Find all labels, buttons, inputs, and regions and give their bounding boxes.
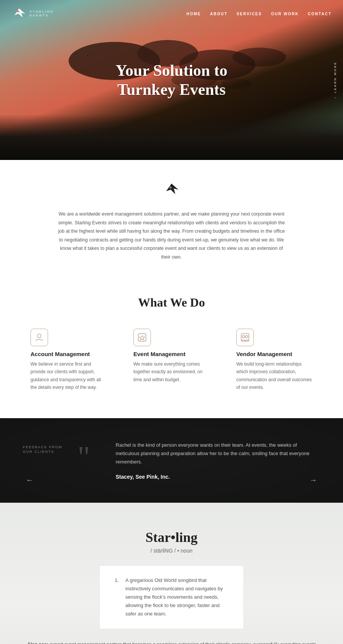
nav-home[interactable]: HOME xyxy=(186,12,201,16)
logo[interactable]: STARLING EVENTS xyxy=(11,7,54,21)
svg-marker-19 xyxy=(139,336,145,340)
prev-testimonial-button[interactable]: ← xyxy=(23,473,37,487)
service-event-desc: We make sure everything comes together e… xyxy=(133,360,210,384)
definition-phonetic: / stärliNG / • noun xyxy=(23,548,320,554)
service-account: Account Management We believe in service… xyxy=(23,325,114,395)
definition-card: 1. A gregarious Old World songbird that … xyxy=(99,565,244,629)
svg-point-21 xyxy=(242,336,245,338)
logo-text: STARLING EVENTS xyxy=(30,10,54,17)
svg-marker-0 xyxy=(14,8,25,18)
svg-point-10 xyxy=(285,54,287,56)
definition-item: 1. A gregarious Old World songbird that … xyxy=(115,576,228,618)
next-testimonial-button[interactable]: → xyxy=(306,473,320,487)
service-vendor: Vendor Management We build long-term rel… xyxy=(229,325,320,395)
svg-point-9 xyxy=(282,51,283,52)
services-grid: Account Management We believe in service… xyxy=(23,325,320,395)
learn-more-label: LEARN MORE xyxy=(333,61,337,93)
svg-point-12 xyxy=(289,48,290,49)
nav-contact[interactable]: CONTACT xyxy=(308,12,332,16)
svg-rect-18 xyxy=(138,334,146,341)
svg-point-17 xyxy=(37,334,41,338)
service-vendor-desc: We build long-term relationships which i… xyxy=(236,360,313,392)
hero-title: Your Solution to Turnkey Events xyxy=(115,61,227,99)
svg-point-5 xyxy=(232,48,286,67)
main-nav: STARLING EVENTS HOME ABOUT SERVICES OUR … xyxy=(0,0,343,27)
logo-bird-icon xyxy=(11,7,27,21)
down-arrow-icon: ↓ xyxy=(333,96,337,99)
what-we-do-title: What We Do xyxy=(23,296,320,310)
quote-mark-icon: " xyxy=(78,445,101,469)
vendor-icon xyxy=(236,329,254,346)
svg-point-11 xyxy=(289,59,290,60)
bird-icon xyxy=(46,183,297,201)
about-body: We are a worldwide event management solu… xyxy=(57,210,286,261)
svg-point-22 xyxy=(245,336,248,338)
nav-services[interactable]: SERVICES xyxy=(237,12,262,16)
testimonial-navigation: ← → xyxy=(23,473,320,487)
definition-section: Star•ling / stärliNG / • noun 1. A grega… xyxy=(0,503,343,644)
account-icon xyxy=(30,329,48,346)
hero-trees xyxy=(0,114,343,160)
svg-marker-15 xyxy=(166,184,178,194)
definition-number: 1. xyxy=(115,576,121,618)
service-account-title: Account Management xyxy=(30,351,107,357)
svg-point-8 xyxy=(87,54,88,56)
nav-about[interactable]: ABOUT xyxy=(210,12,228,16)
testimonial-quote: Rachel is the kind of person everyone wa… xyxy=(116,441,320,466)
service-account-desc: We believe in service first and provide … xyxy=(30,360,107,392)
definition-title: Star•ling xyxy=(23,529,320,545)
what-we-do-section: What We Do Account Management We believe… xyxy=(0,280,343,418)
definition-body: A gregarious Old World songbird that ins… xyxy=(125,576,228,618)
service-vendor-title: Vendor Management xyxy=(236,351,313,357)
event-icon xyxy=(133,329,151,346)
service-event: Event Management We make sure everything… xyxy=(126,325,217,395)
nav-links: HOME ABOUT SERVICES OUR WORK CONTACT xyxy=(186,12,332,16)
also-see: Also see: expert event management partne… xyxy=(23,641,320,644)
testimonial-section: FEEDBACK FROMOUR CLIENTS " Rachel is the… xyxy=(0,418,343,503)
service-event-title: Event Management xyxy=(133,351,210,357)
about-section: We are a worldwide event management solu… xyxy=(0,160,343,280)
hero-content: Your Solution to Turnkey Events xyxy=(115,61,227,99)
svg-point-6 xyxy=(75,53,77,54)
svg-point-7 xyxy=(82,49,83,50)
nav-our-work[interactable]: OUR WORK xyxy=(271,12,299,16)
feedback-label: FEEDBACK FROMOUR CLIENTS xyxy=(23,445,63,454)
learn-more-vertical[interactable]: LEARN MORE ↓ xyxy=(333,61,337,99)
